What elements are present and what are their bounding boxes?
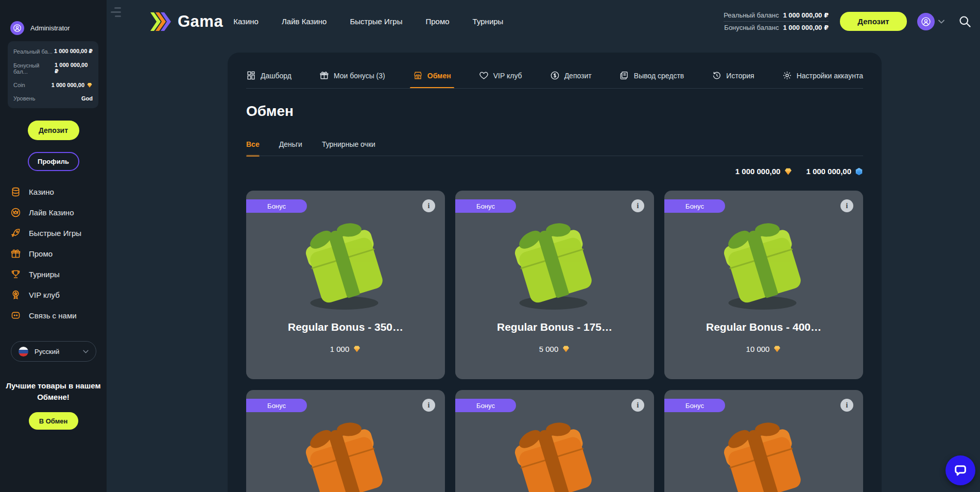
header-balances: Реальный баланс 1 000 000,00 ₽ Бонусный …	[724, 9, 829, 33]
tab-label: Обмен	[427, 72, 451, 80]
coin-gem-icon	[87, 82, 93, 88]
tab-withdrawal[interactable]: Вывод средств	[620, 63, 684, 88]
sidebar-item-label: Казино	[29, 188, 54, 196]
header-nav-promo[interactable]: Промо	[425, 17, 449, 26]
info-icon[interactable]: i	[631, 199, 644, 212]
tab-dashboard[interactable]: Дашборд	[246, 63, 291, 88]
user-avatar-icon	[10, 21, 24, 35]
gift-box-image	[502, 214, 608, 315]
user-row[interactable]: Administrator	[10, 21, 70, 35]
rocket-icon	[10, 228, 21, 239]
tab-label: Мои бонусы (3)	[334, 72, 385, 80]
live-chat-button[interactable]	[945, 455, 975, 485]
balance-label: Уровень	[13, 95, 35, 101]
filter-all[interactable]: Все	[246, 132, 260, 156]
tab-my-bonuses[interactable]: Мои бонусы (3)	[319, 63, 385, 88]
sidebar-item-contact[interactable]: Связь с нами	[10, 309, 81, 321]
tab-label: История	[726, 72, 754, 80]
bonus-card[interactable]: Бонус i Regular Bonus - 400…	[664, 191, 863, 379]
search-button[interactable]	[958, 14, 972, 28]
balance-value: 1 000 000,00 ₽	[55, 62, 93, 75]
bonus-title: Regular Bonus - 350…	[252, 321, 439, 333]
header-nav-tournaments[interactable]: Турниры	[473, 17, 504, 26]
bonus-card[interactable]: Бонус i Regular Bonus - 175…	[455, 191, 654, 379]
dashboard-icon	[246, 71, 256, 80]
sidebar-item-promo[interactable]: Промо	[10, 247, 81, 260]
gift-icon	[10, 248, 21, 259]
tab-label: VIP клуб	[493, 72, 522, 80]
sidebar: Administrator Реальный ба... 1 000 000,0…	[0, 0, 107, 492]
balance-row-real: Реальный ба... 1 000 000,00 ₽	[13, 48, 93, 55]
search-icon	[958, 14, 972, 28]
bonus-card[interactable]: Бонус i	[455, 390, 654, 492]
tab-vip-club[interactable]: VIP клуб	[479, 63, 522, 88]
balance-value: 1 000 000,00 ₽	[54, 48, 93, 55]
bonus-badge: Бонус	[664, 399, 725, 412]
sidebar-item-tournaments[interactable]: Турниры	[10, 268, 81, 280]
bonus-card[interactable]: Бонус i	[664, 390, 863, 492]
sidebar-item-live-casino[interactable]: Лайв Казино	[10, 206, 81, 218]
logo[interactable]: Gama	[150, 11, 223, 32]
bonus-price-value: 10 000	[746, 345, 770, 353]
balance-label: Бонусный бал...	[13, 62, 55, 75]
header-nav: Казино Лайв Казино Быстрые Игры Промо Ту…	[233, 17, 503, 26]
coin-gem-icon	[562, 345, 570, 353]
info-icon[interactable]: i	[422, 199, 435, 212]
gift-box-image	[293, 414, 399, 492]
tab-exchange[interactable]: Обмен	[413, 63, 451, 88]
tab-label: Вывод средств	[634, 72, 684, 80]
exchange-filters: Все Деньги Турнирные очки	[246, 132, 375, 156]
info-icon[interactable]: i	[840, 399, 853, 412]
header-nav-fast-games[interactable]: Быстрые Игры	[350, 17, 402, 26]
bonus-badge: Бонус	[246, 399, 307, 412]
balance-row-bonus: Бонусный бал... 1 000 000,00 ₽	[13, 62, 93, 75]
language-label: Русский	[35, 348, 77, 355]
language-selector[interactable]: Русский	[11, 341, 96, 362]
history-clock-icon	[712, 71, 721, 80]
sidebar-item-label: Лайв Казино	[29, 208, 74, 217]
filter-money[interactable]: Деньги	[279, 132, 302, 156]
info-icon[interactable]: i	[631, 399, 644, 412]
bonus-balance-label: Бонусный баланс	[724, 24, 779, 31]
username: Administrator	[30, 24, 70, 32]
points-balance: 1 000 000,00	[806, 167, 863, 176]
info-icon[interactable]: i	[422, 399, 435, 412]
tab-deposit[interactable]: Депозит	[550, 63, 592, 88]
header-nav-casino[interactable]: Казино	[233, 17, 259, 26]
account-menu[interactable]	[917, 13, 944, 30]
chevron-down-icon	[83, 350, 89, 353]
sidebar-item-casino[interactable]: Казино	[10, 185, 81, 198]
tab-label: Настройки аккаунта	[797, 72, 863, 80]
sidebar-profile-button[interactable]: Профиль	[28, 152, 79, 171]
sidebar-item-fast-games[interactable]: Быстрые Игры	[10, 227, 81, 239]
tab-history[interactable]: История	[712, 63, 754, 88]
hamburger-menu-icon[interactable]	[109, 7, 121, 17]
header-deposit-button[interactable]: Депозит	[840, 12, 907, 31]
gift-box-image	[711, 214, 817, 315]
bonus-price-value: 5 000	[539, 345, 559, 353]
bonus-price-value: 1 000	[330, 345, 350, 353]
sidebar-promo-text: Лучшие товары в нашем Обмене!	[5, 380, 101, 403]
balance-value: God	[81, 95, 93, 101]
live-casino-icon	[10, 207, 21, 218]
bonus-price: 10 000	[664, 345, 863, 353]
real-balance-label: Реальный баланс	[724, 11, 779, 19]
heart-icon	[479, 71, 489, 80]
header-nav-live-casino[interactable]: Лайв Казино	[282, 17, 327, 26]
bonus-card-grid: Бонус i Regular Bonus - 350…	[246, 191, 863, 492]
info-icon[interactable]: i	[840, 199, 853, 212]
sidebar-nav: Казино Лайв Казино Быстрые Игры Промо Ту…	[10, 185, 81, 321]
sidebar-item-vip-club[interactable]: VIP клуб	[10, 289, 81, 301]
bonus-card[interactable]: Бонус i	[246, 390, 445, 492]
chat-icon	[10, 310, 21, 321]
sidebar-exchange-button[interactable]: В Обмен	[29, 412, 78, 430]
filter-tournament-points[interactable]: Турнирные очки	[322, 132, 375, 156]
sidebar-deposit-button[interactable]: Депозит	[28, 121, 79, 140]
tab-account-settings[interactable]: Настройки аккаунта	[782, 63, 863, 88]
balance-card: Реальный ба... 1 000 000,00 ₽ Бонусный б…	[8, 41, 98, 108]
balance-label: Реальный ба...	[13, 48, 53, 55]
balance-row-level: Уровень God	[13, 95, 93, 101]
bonus-badge: Бонус	[664, 199, 725, 213]
logo-text: Gama	[178, 12, 223, 31]
bonus-card[interactable]: Бонус i Regular Bonus - 350…	[246, 191, 445, 379]
